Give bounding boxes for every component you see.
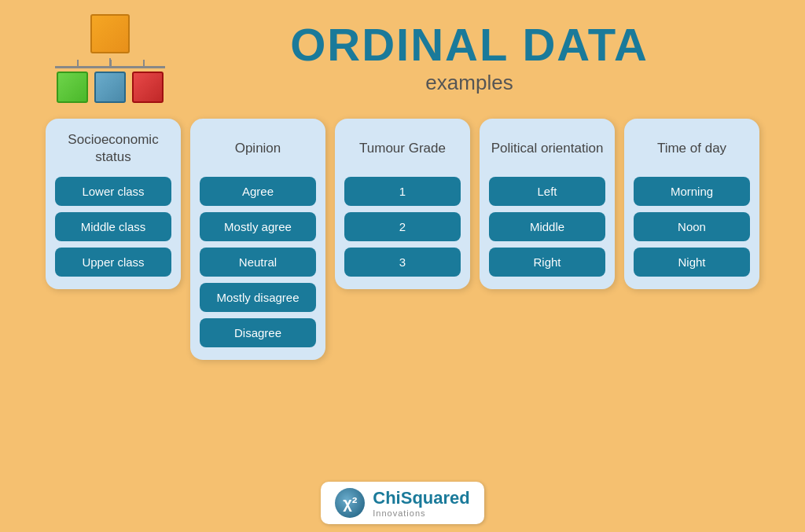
item-socioeconomic-0[interactable]: Lower class — [55, 177, 171, 206]
brand-name: ChiSquared — [373, 488, 469, 508]
connector-line — [55, 66, 165, 68]
column-title-tumour: Tumour Grade — [359, 131, 446, 166]
brand-sub: Innovations — [373, 508, 469, 518]
subtitle: examples — [212, 71, 726, 95]
item-tumour-0[interactable]: 1 — [344, 177, 461, 206]
column-tumour: Tumour Grade123 — [335, 119, 470, 289]
chi-text-area: ChiSquared Innovations — [373, 488, 469, 518]
column-timeofday: Time of dayMorningNoonNight — [624, 119, 759, 289]
chisquared-badge: χ² ChiSquared Innovations — [321, 482, 483, 524]
item-opinion-3[interactable]: Mostly disagree — [200, 283, 316, 312]
column-title-timeofday: Time of day — [657, 131, 726, 166]
node-red-icon — [132, 72, 164, 103]
item-socioeconomic-1[interactable]: Middle class — [55, 212, 171, 241]
node-green-icon — [57, 72, 88, 103]
title-area: ORDINAL DATA examples — [212, 22, 774, 95]
item-tumour-2[interactable]: 3 — [344, 248, 461, 277]
item-timeofday-0[interactable]: Morning — [634, 177, 750, 206]
columns-container: Socioeconomic statusLower classMiddle cl… — [46, 119, 759, 469]
bottom-nodes — [57, 72, 164, 103]
column-socioeconomic: Socioeconomic statusLower classMiddle cl… — [46, 119, 181, 289]
column-title-opinion: Opinion — [235, 131, 281, 166]
item-opinion-4[interactable]: Disagree — [200, 318, 316, 347]
item-socioeconomic-2[interactable]: Upper class — [55, 248, 171, 277]
column-opinion: OpinionAgreeMostly agreeNeutralMostly di… — [190, 119, 325, 360]
top-node-icon — [90, 14, 130, 53]
brand-chi: Chi — [373, 488, 400, 508]
column-political: Political orientationLeftMiddleRight — [480, 119, 615, 289]
item-political-1[interactable]: Middle — [489, 212, 605, 241]
item-opinion-0[interactable]: Agree — [200, 177, 316, 206]
node-blue-icon — [94, 72, 126, 103]
item-political-2[interactable]: Right — [489, 248, 605, 277]
item-opinion-2[interactable]: Neutral — [200, 248, 316, 277]
main-content: Socioeconomic statusLower classMiddle cl… — [0, 111, 805, 477]
network-diagram-icon — [55, 14, 165, 103]
footer-section: χ² ChiSquared Innovations — [0, 477, 805, 532]
chi-icon: χ² — [335, 488, 365, 518]
item-timeofday-1[interactable]: Noon — [634, 212, 750, 241]
item-opinion-1[interactable]: Mostly agree — [200, 212, 316, 241]
chi-symbol: χ² — [343, 494, 357, 512]
column-title-socioeconomic: Socioeconomic status — [55, 131, 171, 166]
item-tumour-1[interactable]: 2 — [344, 212, 461, 241]
brand-squared: Squared — [401, 488, 470, 508]
logo-area — [31, 14, 189, 103]
column-title-political: Political orientation — [491, 131, 604, 166]
item-political-0[interactable]: Left — [489, 177, 605, 206]
main-title: ORDINAL DATA — [212, 22, 726, 68]
item-timeofday-2[interactable]: Night — [634, 248, 750, 277]
header-section: ORDINAL DATA examples — [0, 0, 805, 111]
